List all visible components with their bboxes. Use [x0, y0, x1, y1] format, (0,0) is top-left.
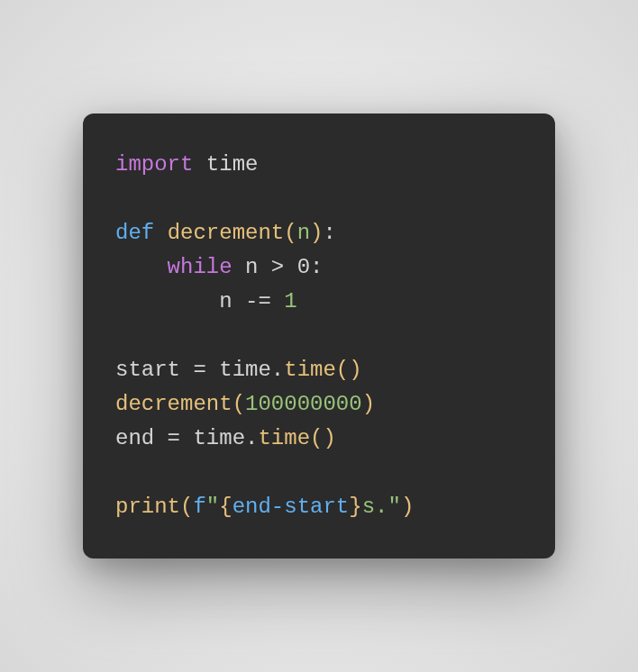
method-call: time	[258, 426, 310, 450]
colon: :	[323, 221, 335, 245]
variable: end	[115, 426, 154, 450]
code-line-1: import time	[115, 148, 523, 182]
code-line-4: while n > 0:	[115, 250, 523, 285]
keyword-import: import	[115, 152, 193, 177]
module-ref: time	[219, 358, 271, 382]
function-name: decrement	[168, 221, 285, 245]
keyword-while: while	[168, 255, 232, 279]
code-line-11: print(f"{end-start}s.")	[115, 490, 523, 524]
code-line-9: end = time.time()	[115, 422, 523, 456]
fstring-expression: end-start	[232, 495, 350, 519]
assign-op: =	[154, 426, 193, 450]
lparen: (	[180, 495, 193, 519]
code-line-7: start = time.time()	[115, 353, 523, 387]
code-line-8: decrement(100000000)	[115, 387, 523, 422]
rparen: )	[362, 392, 375, 416]
indent	[115, 289, 219, 313]
statement: n -=	[219, 289, 284, 313]
code-line-10	[115, 456, 523, 490]
fstring-text: s.	[362, 495, 388, 519]
lparen: (	[284, 221, 296, 245]
fstring-lbrace: {	[219, 495, 232, 519]
parens: ()	[310, 426, 336, 450]
rparen: )	[310, 221, 323, 245]
string-quote: "	[206, 495, 219, 519]
indent	[115, 255, 168, 279]
param: n	[297, 221, 310, 245]
code-line-6	[115, 319, 523, 353]
lparen: (	[232, 392, 245, 416]
function-call: print	[115, 495, 180, 519]
number-literal: 1	[284, 289, 296, 313]
code-line-5: n -= 1	[115, 285, 523, 319]
assign-op: =	[180, 358, 219, 382]
fstring-prefix: f	[193, 495, 205, 519]
module-name: time	[193, 152, 258, 177]
fstring-rbrace: }	[349, 495, 361, 519]
condition: n > 0	[232, 255, 310, 279]
function-call: decrement	[115, 392, 232, 416]
keyword-def: def	[115, 221, 154, 245]
code-block: import time def decrement(n): while n > …	[83, 114, 555, 558]
rparen: )	[401, 495, 414, 519]
dot: .	[271, 358, 284, 382]
number-literal: 100000000	[245, 392, 362, 416]
code-line-3: def decrement(n):	[115, 216, 523, 250]
space	[154, 221, 167, 245]
string-quote: "	[387, 495, 400, 519]
colon: :	[310, 255, 323, 279]
parens: ()	[336, 358, 362, 382]
module-ref: time	[193, 426, 245, 450]
dot: .	[245, 426, 258, 450]
method-call: time	[284, 358, 336, 382]
variable: start	[115, 358, 180, 382]
code-line-2	[115, 182, 523, 216]
